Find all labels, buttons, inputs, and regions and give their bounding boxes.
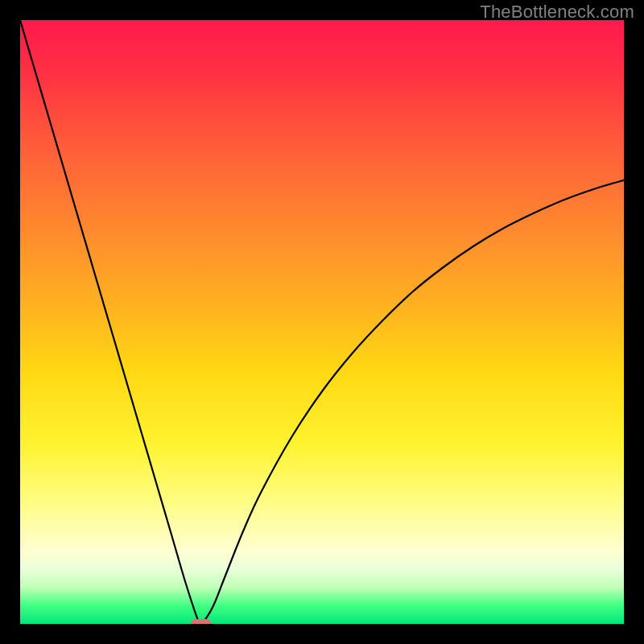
bottleneck-curve [20,20,624,624]
curve-svg [20,20,624,624]
plot-area [20,20,624,624]
optimal-point [191,619,212,624]
watermark-text: TheBottleneck.com [480,2,634,23]
chart-frame: TheBottleneck.com [0,0,644,644]
